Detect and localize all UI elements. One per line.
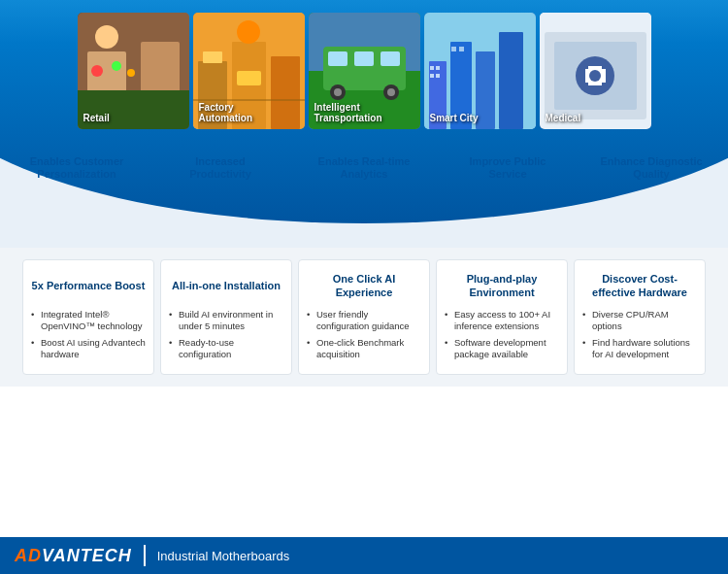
cat-retail: Enables CustomerPersonalization bbox=[14, 155, 140, 181]
retail-image bbox=[78, 13, 189, 129]
cat-medical: Enhance DiagnosticQuality bbox=[588, 155, 714, 181]
card-hardware: Discover Cost-effective Hardware Diverse… bbox=[574, 259, 706, 375]
cat-retail-title: Enables CustomerPersonalization bbox=[14, 155, 140, 181]
svg-rect-12 bbox=[203, 51, 222, 63]
panel-factory: Factory Automation bbox=[193, 13, 305, 129]
svg-rect-19 bbox=[328, 51, 347, 66]
medical-image bbox=[540, 13, 651, 129]
card-performance: 5x Performance Boost Integrated Intel® O… bbox=[22, 259, 154, 375]
svg-point-5 bbox=[91, 65, 103, 77]
card-plugplay-item-2: Software development package available bbox=[445, 337, 559, 361]
cat-medical-title: Enhance DiagnosticQuality bbox=[588, 155, 714, 181]
panel-medical: Medical bbox=[540, 13, 651, 129]
card-installation-item-1: Build AI environment in under 5 minutes bbox=[169, 309, 283, 333]
svg-rect-20 bbox=[354, 51, 374, 66]
cat-transport: Enables Real-timeAnalytics bbox=[301, 155, 427, 181]
svg-rect-33 bbox=[430, 74, 434, 78]
bottom-bar: ADVANTECH Industrial Motherboards bbox=[0, 537, 728, 574]
card-plugplay-title: Plug-and-play Environment bbox=[445, 270, 559, 301]
card-hardware-item-1: Diverse CPU/RAM options bbox=[582, 309, 697, 333]
feature-cards-section: 5x Performance Boost Integrated Intel® O… bbox=[0, 248, 728, 387]
cat-factory: IncreasedProductivity bbox=[157, 155, 283, 181]
card-oneclick-item-1: User friendly configuration guidance bbox=[307, 309, 421, 333]
card-oneclick-item-2: One-click Benchmark acquisition bbox=[307, 337, 421, 361]
transport-label: Intelligent Transportation bbox=[314, 102, 382, 123]
card-oneclick-title: One Click AI Experience bbox=[307, 270, 421, 301]
cat-transport-title: Enables Real-timeAnalytics bbox=[301, 155, 427, 181]
card-performance-item-2: Boost AI using Advantech hardware bbox=[31, 337, 146, 361]
svg-rect-14 bbox=[237, 71, 261, 85]
industry-panels: Retail Factory Automation bbox=[15, 8, 713, 153]
card-installation-title: All-in-one Installation bbox=[169, 270, 283, 301]
svg-rect-4 bbox=[78, 90, 189, 129]
svg-point-13 bbox=[237, 20, 260, 44]
card-plugplay: Plug-and-play Environment Easy access to… bbox=[436, 259, 568, 375]
panel-retail: Retail bbox=[78, 13, 189, 129]
category-area: Enables CustomerPersonalization Increase… bbox=[0, 151, 728, 248]
svg-rect-36 bbox=[459, 47, 464, 51]
svg-rect-32 bbox=[436, 66, 440, 70]
brand-logo: ADVANTECH bbox=[15, 546, 132, 566]
cat-city: Improve PublicService bbox=[445, 155, 571, 181]
svg-point-6 bbox=[112, 61, 121, 71]
svg-point-25 bbox=[387, 88, 395, 96]
factory-label: Factory Automation bbox=[199, 102, 253, 123]
svg-rect-11 bbox=[271, 56, 300, 129]
svg-point-43 bbox=[589, 70, 601, 82]
svg-rect-35 bbox=[451, 47, 456, 51]
medical-label: Medical bbox=[546, 113, 581, 123]
svg-point-24 bbox=[334, 88, 342, 96]
cat-city-title: Improve PublicService bbox=[445, 155, 571, 181]
svg-point-3 bbox=[95, 25, 118, 49]
card-hardware-title: Discover Cost-effective Hardware bbox=[582, 270, 697, 301]
cat-factory-title: IncreasedProductivity bbox=[157, 155, 283, 181]
card-performance-title: 5x Performance Boost bbox=[31, 270, 146, 301]
brand-divider bbox=[144, 545, 146, 566]
svg-rect-31 bbox=[430, 66, 434, 70]
svg-rect-34 bbox=[436, 74, 440, 78]
panel-transport: Intelligent Transportation bbox=[309, 13, 420, 129]
card-hardware-item-2: Find hardware solutions for AI developme… bbox=[582, 337, 697, 361]
card-installation: All-in-one Installation Build AI environ… bbox=[160, 259, 292, 375]
retail-label: Retail bbox=[83, 113, 110, 123]
top-section: Retail Factory Automation bbox=[0, 0, 728, 248]
svg-rect-30 bbox=[499, 32, 523, 129]
card-installation-item-2: Ready-to-use configuration bbox=[169, 337, 283, 361]
brand-vantech: VANTECH bbox=[42, 546, 132, 565]
panel-city: Smart City bbox=[424, 13, 536, 129]
city-label: Smart City bbox=[430, 113, 479, 123]
card-performance-item-1: Integrated Intel® OpenVINO™ technology bbox=[31, 309, 146, 333]
svg-point-7 bbox=[127, 69, 135, 77]
city-image bbox=[424, 13, 536, 129]
bottom-tagline: Industrial Motherboards bbox=[157, 549, 290, 563]
svg-rect-21 bbox=[381, 51, 400, 66]
brand-ad: AD bbox=[15, 546, 42, 565]
card-plugplay-item-1: Easy access to 100+ AI inference extensi… bbox=[445, 309, 559, 333]
card-oneclick: One Click AI Experience User friendly co… bbox=[298, 259, 430, 375]
